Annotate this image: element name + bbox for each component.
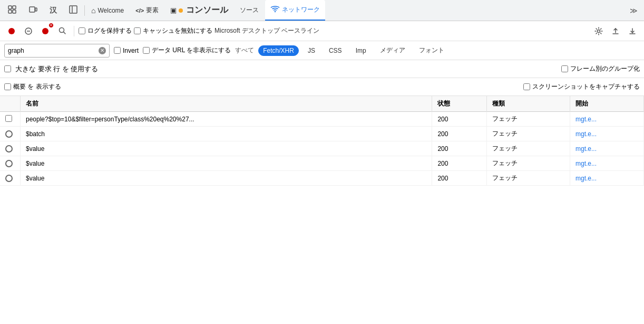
screenshot-checkbox[interactable] bbox=[523, 83, 530, 90]
console-warning-badge bbox=[179, 8, 183, 13]
svg-rect-0 bbox=[8, 6, 12, 9]
row-4-name[interactable]: $value bbox=[21, 171, 432, 186]
log-preserve-label: ログを保持する bbox=[87, 26, 132, 35]
row-4-type: フェッチ bbox=[486, 171, 570, 186]
tab-console[interactable]: ▣ コンソール bbox=[165, 0, 233, 21]
log-preserve-checkbox[interactable] bbox=[79, 27, 85, 34]
row-1-name[interactable]: $batch bbox=[21, 127, 432, 141]
row-1-type: フェッチ bbox=[486, 127, 570, 141]
row-2-circle-icon bbox=[5, 145, 13, 153]
tab-sources[interactable]: ソース bbox=[235, 0, 264, 21]
summary-checkbox[interactable] bbox=[4, 83, 11, 90]
row-0-type: フェッチ bbox=[486, 112, 570, 127]
summary-option[interactable]: 概要 を 表示する bbox=[4, 82, 61, 91]
tab-inspect[interactable] bbox=[2, 0, 22, 21]
row-4-circle-icon bbox=[5, 175, 13, 182]
col-header-checkbox bbox=[0, 96, 21, 112]
invert-option[interactable]: Invert bbox=[114, 47, 139, 54]
svg-line-14 bbox=[63, 32, 65, 34]
log-preserve-option[interactable]: ログを保持する bbox=[79, 26, 132, 35]
settings-button[interactable] bbox=[591, 24, 606, 39]
more-tabs-icon[interactable]: ≫ bbox=[626, 6, 642, 15]
search-input[interactable] bbox=[8, 47, 99, 54]
row-2-name[interactable]: $value bbox=[21, 141, 432, 156]
tab-elements[interactable]: </> 要素 bbox=[130, 0, 164, 21]
svg-rect-1 bbox=[13, 6, 16, 9]
elements-icon: </> bbox=[135, 7, 144, 14]
row-2-status: 200 bbox=[432, 141, 486, 156]
svg-rect-4 bbox=[30, 7, 35, 12]
filter-bar: ✕ Invert データ URL を非表示にする すべて Fetch/XHR J… bbox=[0, 41, 644, 60]
tab-console-src[interactable]: 汉 bbox=[44, 0, 62, 21]
cache-disable-checkbox[interactable] bbox=[134, 27, 141, 34]
row-3-status: 200 bbox=[432, 156, 486, 171]
type-btn-img[interactable]: Imp bbox=[351, 45, 371, 56]
group-by-frame-checkbox[interactable] bbox=[561, 65, 568, 72]
row-3-checkbox-cell bbox=[0, 156, 21, 171]
row-0-checkbox[interactable] bbox=[5, 115, 12, 122]
row-0-initiator[interactable]: mgt.e... bbox=[570, 112, 643, 127]
tab-network[interactable]: ネットワーク bbox=[265, 0, 325, 21]
hide-data-url-option[interactable]: データ URL を非表示にする bbox=[143, 46, 231, 55]
cache-disable-option[interactable]: キャッシュを無効にする bbox=[134, 26, 212, 35]
options-right: フレーム別のグループ化 bbox=[561, 64, 640, 73]
row-1-initiator[interactable]: mgt.e... bbox=[570, 127, 643, 141]
options-row-2: 概要 を 表示する スクリーンショットをキャプチャする bbox=[0, 78, 644, 96]
search-button[interactable] bbox=[55, 24, 70, 39]
error-button[interactable]: ✕ bbox=[38, 24, 53, 39]
row-3-type: フェッチ bbox=[486, 156, 570, 171]
row-2-type: フェッチ bbox=[486, 141, 570, 156]
tab-device[interactable] bbox=[23, 0, 43, 21]
wifi-icon bbox=[270, 5, 280, 14]
tab-network-label: ネットワーク bbox=[282, 5, 320, 14]
row-1-circle-icon bbox=[5, 130, 13, 138]
group-by-frame-option[interactable]: フレーム別のグループ化 bbox=[561, 64, 640, 73]
type-btn-media[interactable]: メディア bbox=[375, 44, 410, 56]
svg-point-9 bbox=[8, 28, 15, 34]
baseline-label: Microsoft デスクトップ ベースライン bbox=[214, 26, 319, 35]
all-label: すべて bbox=[235, 46, 254, 55]
row-4-checkbox-cell bbox=[0, 171, 21, 186]
table-header-row: 名前 状態 種類 開始 bbox=[0, 96, 644, 112]
clear-button[interactable] bbox=[21, 24, 36, 39]
options-row-1: 大きな 要求 行 を 使用する フレーム別のグループ化 bbox=[0, 60, 644, 78]
table-row: $value200フェッチmgt.e... bbox=[0, 156, 644, 171]
tab-sidebar[interactable] bbox=[63, 0, 83, 21]
svg-rect-3 bbox=[13, 10, 16, 13]
search-clear-button[interactable]: ✕ bbox=[99, 47, 106, 54]
export-button[interactable] bbox=[625, 24, 640, 39]
row-3-name[interactable]: $value bbox=[21, 156, 432, 171]
tab-welcome-label: Welcome bbox=[97, 7, 124, 14]
option-checkbox-1[interactable] bbox=[4, 65, 11, 72]
svg-point-15 bbox=[598, 30, 600, 32]
invert-checkbox[interactable] bbox=[114, 47, 121, 54]
svg-rect-5 bbox=[35, 8, 37, 11]
network-table-container: 名前 状態 種類 開始 people?$top=10&$filter=perso… bbox=[0, 96, 644, 186]
col-header-type: 種類 bbox=[486, 96, 570, 112]
summary-label: 概要 を 表示する bbox=[13, 82, 61, 91]
type-btn-css[interactable]: CSS bbox=[324, 45, 347, 56]
row-0-checkbox-cell bbox=[0, 112, 21, 127]
tab-sources-label: ソース bbox=[240, 6, 259, 15]
row-4-initiator[interactable]: mgt.e... bbox=[570, 171, 643, 186]
sidebar-icon bbox=[69, 5, 78, 16]
hide-data-url-checkbox[interactable] bbox=[143, 47, 150, 54]
table-row: $value200フェッチmgt.e... bbox=[0, 171, 644, 186]
tab-divider-1 bbox=[84, 5, 85, 16]
row-2-initiator[interactable]: mgt.e... bbox=[570, 141, 643, 156]
record-button[interactable] bbox=[4, 24, 19, 39]
screenshot-option[interactable]: スクリーンショットをキャプチャする bbox=[523, 82, 640, 91]
svg-point-8 bbox=[275, 11, 276, 12]
row-3-initiator[interactable]: mgt.e... bbox=[570, 156, 643, 171]
table-row: $value200フェッチmgt.e... bbox=[0, 141, 644, 156]
row-0-name[interactable]: people?$top=10&$filter=personType/class%… bbox=[21, 112, 432, 127]
group-by-frame-label: フレーム別のグループ化 bbox=[570, 64, 640, 73]
tab-bar: 汉 ⌂ Welcome </> 要素 ▣ コンソール ソース bbox=[0, 0, 644, 21]
tab-welcome[interactable]: ⌂ Welcome bbox=[86, 0, 129, 21]
type-btn-font[interactable]: フォント bbox=[414, 44, 449, 56]
type-btn-js[interactable]: JS bbox=[303, 45, 320, 56]
toolbar: ✕ ログを保持する キャッシュを無効にする Microsoft デスクトップ ベ… bbox=[0, 21, 644, 41]
type-btn-fetch-xhr[interactable]: Fetch/XHR bbox=[258, 45, 299, 56]
import-button[interactable] bbox=[608, 24, 623, 39]
col-header-initiator: 開始 bbox=[570, 96, 643, 112]
